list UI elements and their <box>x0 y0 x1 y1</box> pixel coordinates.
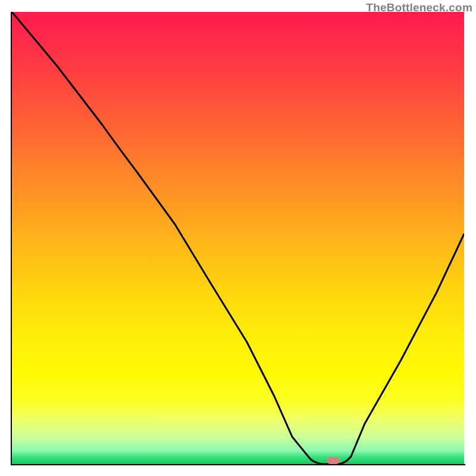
curve-layer <box>12 12 464 464</box>
chart-container: TheBottleneck.com <box>0 0 476 476</box>
bottleneck-curve <box>12 12 464 464</box>
current-config-marker <box>327 457 340 464</box>
watermark: TheBottleneck.com <box>366 1 472 14</box>
y-axis <box>11 12 12 465</box>
x-axis <box>11 464 465 465</box>
plot-area <box>12 12 464 464</box>
